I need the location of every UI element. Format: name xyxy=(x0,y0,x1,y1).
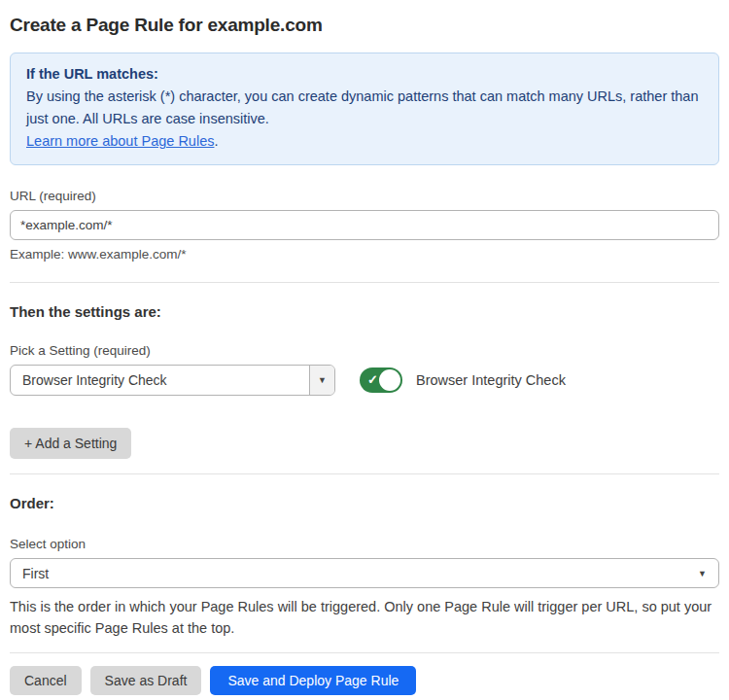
check-icon: ✓ xyxy=(367,373,378,386)
footer-actions: Cancel Save as Draft Save and Deploy Pag… xyxy=(10,666,719,695)
settings-section-heading: Then the settings are: xyxy=(10,303,719,320)
add-setting-button[interactable]: + Add a Setting xyxy=(10,428,131,459)
url-input[interactable] xyxy=(10,210,719,240)
chevron-down-icon: ▼ xyxy=(698,569,707,578)
link-suffix: . xyxy=(214,133,218,149)
order-select-value: First xyxy=(22,566,49,581)
toggle-knob xyxy=(379,369,400,391)
setting-dropdown[interactable]: Browser Integrity Check ▼ xyxy=(10,365,335,396)
pick-setting-label: Pick a Setting (required) xyxy=(10,343,719,358)
cancel-button[interactable]: Cancel xyxy=(10,666,82,695)
footer-divider xyxy=(10,652,719,653)
info-box-body: By using the asterisk (*) character, you… xyxy=(26,86,703,130)
setting-dropdown-arrow-button[interactable]: ▼ xyxy=(309,366,334,395)
url-match-info-box: If the URL matches: By using the asteris… xyxy=(10,52,719,165)
order-select-label: Select option xyxy=(10,537,719,551)
info-box-heading: If the URL matches: xyxy=(26,63,703,86)
setting-toggle-label: Browser Integrity Check xyxy=(416,372,566,388)
url-field-label: URL (required) xyxy=(10,189,719,203)
section-divider xyxy=(10,473,719,474)
save-draft-button[interactable]: Save as Draft xyxy=(90,666,202,695)
chevron-down-icon: ▼ xyxy=(318,375,327,385)
learn-more-link[interactable]: Learn more about Page Rules xyxy=(26,133,214,149)
info-box-link-line: Learn more about Page Rules. xyxy=(26,130,703,153)
setting-row: Browser Integrity Check ▼ ✓ Browser Inte… xyxy=(10,365,719,396)
order-select[interactable]: First ▼ xyxy=(10,558,719,588)
order-help-text: This is the order in which your Page Rul… xyxy=(10,596,719,639)
setting-dropdown-value: Browser Integrity Check xyxy=(11,366,309,395)
section-divider xyxy=(10,282,719,283)
save-deploy-button[interactable]: Save and Deploy Page Rule xyxy=(210,666,416,695)
setting-toggle[interactable]: ✓ xyxy=(360,368,402,393)
page-rule-form: Create a Page Rule for example.com If th… xyxy=(0,15,729,695)
url-example-text: Example: www.example.com/* xyxy=(10,247,719,262)
page-title: Create a Page Rule for example.com xyxy=(10,15,719,36)
order-section-heading: Order: xyxy=(10,495,719,511)
